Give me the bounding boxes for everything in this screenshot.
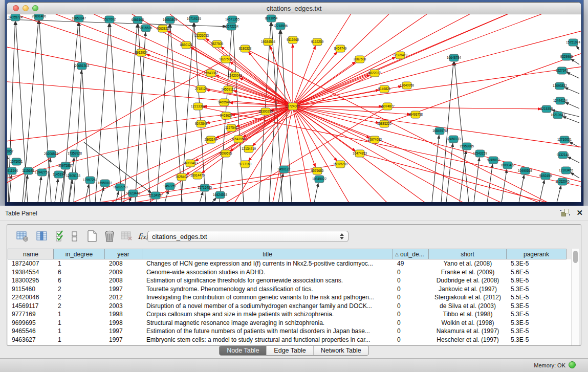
graph-node[interactable]: 30975887 (58, 162, 73, 169)
table-row[interactable]: 1456911722003Disruption of a novel membe… (8, 302, 579, 311)
graph-node[interactable]: 16782753 (113, 184, 128, 191)
graph-node[interactable]: 9242848 (195, 120, 208, 127)
graph-node[interactable]: 6466160 (132, 16, 144, 24)
graph-node[interactable]: 16958107 (98, 180, 113, 187)
network-graph[interactable]: 1872400791154601938455481863289827508165… (7, 14, 581, 202)
graph-node[interactable]: 13572234 (224, 23, 239, 30)
table-row[interactable]: 969969511998Structural magnetic resonanc… (8, 319, 579, 327)
graph-node[interactable]: 7515526 (140, 25, 153, 32)
graph-node[interactable]: 15975288 (333, 161, 348, 168)
graph-node[interactable]: 13942757 (35, 169, 50, 176)
graph-node[interactable]: 15885220 (377, 120, 392, 127)
graph-node[interactable]: 17957253 (83, 177, 98, 184)
column-header-pagerank[interactable]: pagerank (507, 249, 567, 259)
graph-node[interactable]: 10719155 (187, 15, 202, 23)
graph-node[interactable]: 20691406 (32, 14, 47, 20)
graph-node[interactable]: 2803144 (205, 136, 217, 143)
graph-node[interactable]: 12505133 (66, 172, 81, 180)
table-row[interactable]: 2242004622012Investigating the contribut… (8, 293, 579, 302)
graph-node[interactable]: 12218596 (273, 23, 288, 30)
table-row[interactable]: 1872400712008Changes of HCN gene express… (8, 259, 579, 268)
graph-node[interactable]: 3911544 (7, 167, 18, 174)
column-header-in-degree[interactable]: in_degree (54, 249, 105, 259)
graph-node[interactable]: 12444154 (553, 97, 568, 104)
table-row[interactable]: 977716911998Corpus callosum shape and si… (8, 310, 579, 319)
graph-node[interactable]: 16074877 (380, 103, 395, 110)
graph-node[interactable]: 16053809 (163, 16, 178, 24)
network-window-titlebar[interactable]: citations_edges.txt (7, 3, 581, 14)
graph-node[interactable]: 15493758 (408, 111, 423, 118)
close-panel-icon[interactable]: ✕ (576, 209, 583, 216)
graph-node[interactable]: 13640958 (400, 82, 415, 89)
tab-edge-table[interactable]: Edge Table (266, 346, 313, 355)
graph-node[interactable]: 15226053 (194, 32, 209, 39)
graph-node[interactable]: 8822037 (368, 70, 381, 77)
graph-node[interactable]: 9152259 (311, 38, 324, 46)
memory-status-icon[interactable] (569, 361, 576, 368)
graph-node[interactable]: 8215358 (540, 105, 553, 113)
checklist-icon[interactable] (53, 229, 68, 244)
graph-node[interactable]: 11052045 (555, 178, 570, 185)
graph-node[interactable]: 12093832 (553, 82, 568, 90)
graph-node[interactable]: 9450122 (278, 166, 291, 173)
table-row[interactable]: 1938455462009Genome-wide association stu… (8, 268, 579, 277)
table-scrollbar[interactable] (571, 249, 579, 345)
column-header-short[interactable]: short (429, 249, 507, 259)
graph-node[interactable]: 9457751 (164, 183, 177, 190)
graph-node[interactable]: 9692459 (539, 172, 552, 180)
graph-node[interactable]: 16093422 (500, 162, 515, 169)
graph-node[interactable]: 12134419 (242, 145, 256, 152)
graph-node[interactable]: 16424553 (213, 191, 228, 199)
graph-node[interactable]: 11543159 (473, 150, 487, 157)
network-canvas[interactable]: 1872400791154601938455481863289827508165… (7, 14, 581, 202)
graph-node[interactable]: 8860128 (180, 41, 193, 49)
graph-node[interactable]: 9575685 (311, 167, 324, 174)
graph-node[interactable]: 1115688 (22, 167, 34, 174)
graph-node[interactable]: 12213389 (191, 103, 206, 110)
table-row[interactable]: 946554611997Estimation of the future num… (8, 327, 579, 336)
float-window-icon[interactable] (561, 209, 569, 216)
graph-node[interactable]: 9827508 (220, 56, 232, 63)
graph-node[interactable]: 11923446 (126, 190, 140, 197)
graph-node[interactable]: 9463627 (220, 112, 233, 119)
new-file-icon[interactable] (85, 229, 99, 244)
graph-node[interactable]: 9245012 (487, 157, 500, 164)
graph-node[interactable]: 9329966 (560, 53, 573, 60)
network-selector[interactable]: citations_edges.txt (147, 231, 349, 242)
graph-node[interactable]: 7663822 (157, 25, 169, 32)
graph-node[interactable]: 2867608 (354, 56, 366, 63)
column-header-year[interactable]: year (105, 249, 142, 259)
graph-node[interactable]: 19384554 (261, 38, 276, 46)
graph-node[interactable]: 17359928 (68, 150, 82, 157)
graph-node[interactable]: 16849578 (432, 127, 447, 135)
graph-node[interactable]: 2066057 (7, 148, 14, 155)
column-header-out-de[interactable]: △out_de... (393, 249, 429, 259)
table-scrollbar-thumb[interactable] (573, 251, 578, 263)
graph-node[interactable]: 16648784 (447, 54, 462, 61)
graph-node[interactable]: 9777169 (239, 161, 252, 168)
graph-node[interactable]: 14671355 (225, 16, 240, 23)
graph-node[interactable]: 8454749 (334, 45, 347, 52)
show-columns-icon[interactable] (35, 229, 49, 244)
graph-node[interactable]: 1527602 (103, 16, 116, 23)
graph-node[interactable]: 9827505 (211, 40, 224, 48)
graph-node[interactable]: 9115460 (287, 36, 299, 43)
graph-node[interactable]: 10945022 (312, 176, 327, 183)
table-row[interactable]: 1830029562008Estimation of significance … (8, 276, 579, 285)
graph-node[interactable]: 2718126 (195, 85, 208, 93)
tab-node-table[interactable]: Node Table (220, 346, 266, 355)
table-row[interactable]: 946362711997Embryonic stem cells: a mode… (8, 336, 579, 344)
graph-node[interactable]: 1145194 (53, 171, 66, 178)
graph-node[interactable]: 15958885 (460, 143, 474, 150)
graph-node[interactable]: 9227343 (556, 67, 569, 74)
column-header-title[interactable]: title (142, 249, 393, 259)
column-header-name[interactable]: name (8, 249, 54, 259)
rows-icon[interactable] (70, 229, 80, 244)
graph-node[interactable]: 9132144 (557, 151, 570, 159)
graph-node[interactable]: 16914479 (190, 172, 205, 179)
graph-node[interactable]: 9699695 (220, 150, 232, 157)
graph-node[interactable]: 9146821 (378, 85, 391, 93)
graph-node[interactable]: 16474853 (353, 150, 367, 157)
graph-node[interactable]: 20206576 (44, 150, 59, 158)
graph-node[interactable]: 15716485 (198, 184, 212, 191)
